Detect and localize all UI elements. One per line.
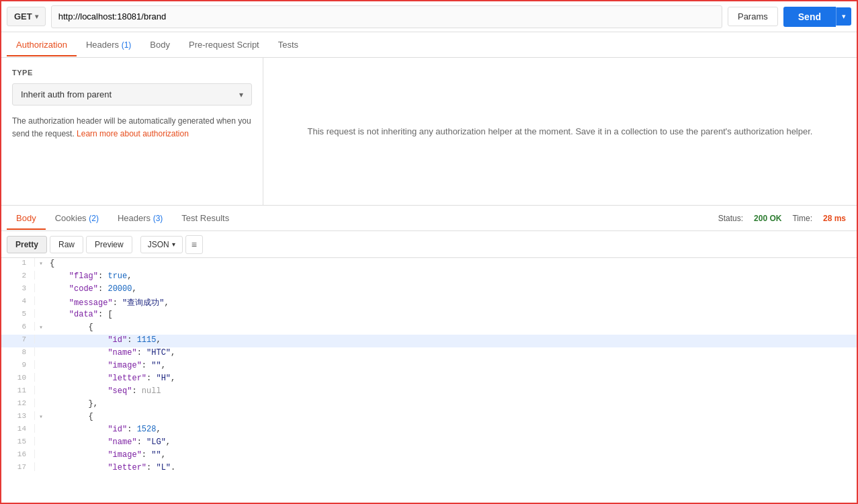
line-number-7: 7 (1, 335, 35, 343)
type-label: TYPE (12, 69, 252, 77)
preview-button[interactable]: Preview (86, 236, 132, 253)
fold-button-11 (35, 386, 47, 387)
send-dropdown-button[interactable]: ▾ (836, 7, 851, 26)
send-button[interactable]: Send (783, 7, 836, 27)
fold-button-2 (35, 271, 47, 272)
fold-button-5 (35, 309, 47, 310)
format-label: JSON (148, 240, 169, 249)
send-btn-group: Send ▾ (783, 7, 851, 27)
auth-right-panel: This request is not inheriting any autho… (263, 58, 857, 205)
type-chevron-icon: ▾ (239, 90, 243, 99)
json-line-7: 7 "id": 1115, (1, 335, 857, 347)
response-status: Status: 200 OK Time: 28 ms (718, 214, 846, 223)
resp-tab-headers[interactable]: Headers (3) (108, 208, 172, 230)
fold-button-3 (35, 284, 47, 285)
line-number-12: 12 (1, 398, 35, 407)
fold-button-12 (35, 398, 47, 400)
line-content-8: "name": "HTC", (47, 347, 857, 358)
json-line-15: 15 "name": "LG", (1, 437, 857, 450)
method-chevron-icon: ▾ (35, 13, 38, 20)
status-label: Status: (718, 214, 743, 223)
line-content-1: { (47, 258, 857, 268)
json-line-8: 8 "name": "HTC", (1, 347, 857, 360)
line-content-13: { (47, 411, 857, 421)
format-chevron-icon: ▾ (172, 241, 175, 248)
response-tabs-left: Body Cookies (2) Headers (3) Test Result… (7, 208, 718, 229)
json-line-1: 1▾{ (1, 258, 857, 271)
line-number-16: 16 (1, 450, 35, 458)
params-button[interactable]: Params (728, 7, 778, 26)
time-value: 28 ms (823, 214, 846, 223)
json-line-13: 13▾ { (1, 411, 857, 424)
line-content-14: "id": 1528, (47, 424, 857, 434)
json-viewer[interactable]: 1▾{2 "flag": true,3 "code": 20000,4 "mes… (1, 258, 857, 504)
fold-button-6[interactable]: ▾ (35, 322, 47, 331)
wrap-button[interactable]: ≡ (185, 235, 203, 254)
json-line-3: 3 "code": 20000, (1, 284, 857, 296)
tab-pre-request-script[interactable]: Pre-request Script (179, 34, 269, 56)
json-line-5: 5 "data": [ (1, 309, 857, 322)
fold-button-16 (35, 450, 47, 451)
line-number-2: 2 (1, 271, 35, 280)
json-line-16: 16 "image": "", (1, 450, 857, 462)
json-line-4: 4 "message": "查询成功", (1, 296, 857, 309)
line-content-15: "name": "LG", (47, 437, 857, 447)
auth-left-panel: TYPE Inherit auth from parent ▾ The auth… (1, 58, 263, 205)
line-number-15: 15 (1, 437, 35, 446)
line-content-2: "flag": true, (47, 271, 857, 281)
line-number-13: 13 (1, 411, 35, 420)
top-bar: GET ▾ Params Send ▾ (1, 1, 857, 32)
json-line-17: 17 "letter": "L". (1, 462, 857, 475)
json-line-2: 2 "flag": true, (1, 271, 857, 284)
line-content-7: "id": 1115, (47, 335, 857, 345)
tab-tests[interactable]: Tests (269, 34, 308, 56)
fold-button-15 (35, 437, 47, 438)
time-label: Time: (792, 214, 812, 223)
line-number-1: 1 (1, 258, 35, 267)
line-number-10: 10 (1, 373, 35, 382)
raw-button[interactable]: Raw (50, 236, 83, 253)
auth-description: The authorization header will be automat… (12, 115, 252, 140)
line-number-6: 6 (1, 322, 35, 331)
line-number-8: 8 (1, 347, 35, 356)
line-number-3: 3 (1, 284, 35, 292)
learn-more-link[interactable]: Learn more about authorization (77, 129, 189, 138)
json-line-12: 12 }, (1, 398, 857, 411)
line-number-14: 14 (1, 424, 35, 433)
fold-button-10 (35, 373, 47, 374)
fold-button-17 (35, 462, 47, 464)
line-content-5: "data": [ (47, 309, 857, 319)
line-content-10: "letter": "H", (47, 373, 857, 383)
request-tabs: Authorization Headers (1) Body Pre-reque… (1, 32, 857, 58)
type-dropdown[interactable]: Inherit auth from parent ▾ (12, 83, 252, 106)
format-bar: Pretty Raw Preview JSON ▾ ≡ (1, 231, 857, 258)
fold-button-13[interactable]: ▾ (35, 411, 47, 421)
tab-body[interactable]: Body (140, 34, 179, 56)
tab-authorization[interactable]: Authorization (7, 34, 77, 56)
type-value: Inherit auth from parent (21, 89, 112, 99)
fold-button-1[interactable]: ▾ (35, 258, 47, 267)
line-content-6: { (47, 322, 857, 332)
format-dropdown[interactable]: JSON ▾ (140, 236, 183, 253)
line-content-4: "message": "查询成功", (47, 296, 857, 308)
line-content-12: }, (47, 398, 857, 409)
json-line-14: 14 "id": 1528, (1, 424, 857, 437)
resp-tab-body[interactable]: Body (7, 208, 46, 230)
line-number-17: 17 (1, 462, 35, 471)
json-line-6: 6▾ { (1, 322, 857, 335)
url-input[interactable] (51, 5, 722, 28)
auth-helper-text: This request is not inheriting any autho… (308, 126, 813, 136)
method-selector[interactable]: GET ▾ (7, 7, 46, 26)
line-content-16: "image": "", (47, 450, 857, 460)
line-number-4: 4 (1, 296, 35, 305)
line-number-11: 11 (1, 386, 35, 394)
json-line-10: 10 "letter": "H", (1, 373, 857, 386)
tab-headers[interactable]: Headers (1) (77, 34, 140, 56)
resp-tab-test-results[interactable]: Test Results (172, 208, 239, 230)
resp-tab-cookies[interactable]: Cookies (2) (46, 208, 108, 230)
line-content-11: "seq": null (47, 386, 857, 396)
pretty-button[interactable]: Pretty (7, 236, 47, 253)
line-content-9: "image": "", (47, 360, 857, 370)
auth-section: TYPE Inherit auth from parent ▾ The auth… (1, 58, 857, 206)
fold-button-14 (35, 424, 47, 425)
